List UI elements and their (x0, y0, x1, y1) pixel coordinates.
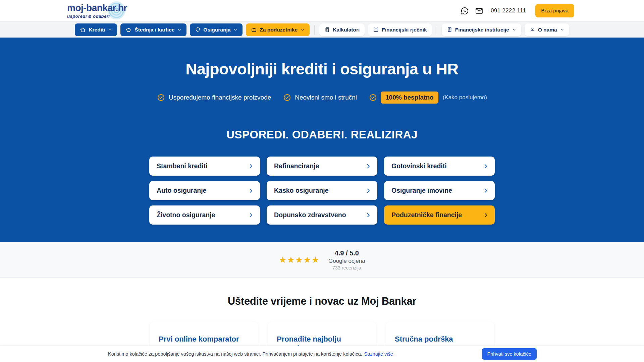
nav-label: Štednja i kartice (135, 27, 174, 33)
chevron-down-icon (301, 28, 305, 32)
chevron-down-icon (108, 28, 112, 32)
hero-bullet: Neovisni smo i stručni (283, 94, 357, 102)
nav-item-osiguranja[interactable]: Osiguranja (190, 23, 243, 36)
product-card-stambeni-krediti[interactable]: Stambeni krediti (149, 157, 260, 176)
nav-label: Financijski rječnik (382, 27, 427, 33)
nav-item-stednja-i-kartice[interactable]: Štednja i kartice (120, 23, 186, 36)
product-card-kasko-osiguranje[interactable]: Kasko osiguranje (267, 181, 377, 200)
product-label: Dopunsko zdravstveno (274, 211, 346, 219)
hero-title: Najpovoljniji krediti i osiguranja u HR (0, 38, 644, 78)
piggy-bank-icon (125, 26, 132, 33)
hero-section: Najpovoljniji krediti i osiguranja u HR … (0, 38, 644, 242)
logo-tagline: usporedi & odaberi (67, 14, 127, 19)
bank-icon (447, 27, 452, 33)
site-logo[interactable]: moj-bankar.hr usporedi & odaberi (67, 3, 127, 19)
nav-divider (437, 25, 437, 35)
rating-details: 4.9 / 5.0 Google ocjena 733 recenzija (328, 249, 365, 270)
hero-bullet: 100% besplatno (Kako poslujemo) (369, 92, 487, 104)
nav-label: Krediti (89, 27, 105, 33)
quick-apply-button[interactable]: Brza prijava (535, 4, 574, 17)
briefcase-icon (251, 27, 257, 33)
product-card-refinanciranje[interactable]: Refinanciranje (267, 157, 377, 176)
chevron-right-icon (365, 188, 371, 194)
free-badge: 100% besplatno (381, 92, 438, 104)
cookie-banner: Koristimo kolačiće za poboljšanje vašeg … (0, 346, 644, 362)
check-circle-icon (283, 94, 291, 102)
hero-bullet: Uspoređujemo financijske proizvode (157, 94, 271, 102)
cookie-message: Koristimo kolačiće za poboljšanje vašeg … (108, 351, 393, 357)
how-we-work-link[interactable]: (Kako poslujemo) (443, 94, 487, 101)
product-label: Stambeni krediti (157, 162, 208, 170)
product-card-gotovinski-krediti[interactable]: Gotovinski krediti (384, 157, 495, 176)
benefit-card-title: Stručna podrška (395, 335, 485, 344)
calculator-icon (324, 27, 330, 33)
chevron-right-icon (248, 212, 254, 218)
product-label: Gotovinski krediti (391, 162, 447, 170)
product-label: Osiguranje imovine (391, 187, 452, 194)
rating-reviews: 733 recenzija (332, 265, 361, 270)
hero-bullet-text: Neovisni smo i stručni (295, 94, 357, 101)
check-circle-icon (369, 94, 377, 102)
header-contact: 091 2222 111 Brza prijava (461, 4, 574, 17)
chevron-right-icon (248, 188, 254, 194)
chevron-down-icon (512, 28, 516, 32)
nav-label: Za poduzetnike (260, 27, 298, 33)
hero-bullets: Uspoređujemo financijske proizvode Neovi… (0, 92, 644, 104)
product-card-poduzetnicke-financije[interactable]: Poduzetničke financije (384, 205, 495, 225)
check-circle-icon (157, 94, 165, 102)
cookie-text: Koristimo kolačiće za poboljšanje vašeg … (108, 351, 362, 357)
top-bar: moj-bankar.hr usporedi & odaberi 091 222… (0, 0, 644, 21)
nav-label: Kalkulatori (333, 27, 360, 33)
email-icon[interactable] (475, 7, 483, 15)
chevron-down-icon (233, 28, 237, 32)
book-icon (373, 27, 379, 33)
nav-item-krediti[interactable]: Krediti (75, 23, 117, 36)
whatsapp-icon[interactable] (461, 7, 469, 15)
main-nav: Krediti Štednja i kartice Osiguranja Za … (0, 21, 644, 38)
benefit-card-title: Prvi online komparator (159, 335, 249, 344)
product-card-auto-osiguranje[interactable]: Auto osiguranje (149, 181, 260, 200)
product-grid: Stambeni krediti Refinanciranje Gotovins… (149, 157, 495, 225)
rating-section: ★★★★★ 4.9 / 5.0 Google ocjena 733 recenz… (0, 242, 644, 278)
product-card-dopunsko-zdravstveno[interactable]: Dopunsko zdravstveno (267, 205, 377, 225)
page: moj-bankar.hr usporedi & odaberi 091 222… (0, 0, 644, 362)
hero-bullet-text: Uspoređujemo financijske proizvode (169, 94, 271, 101)
hero-subtitle: USPOREDI. ODABERI. REALIZIRAJ (0, 128, 644, 141)
phone-number[interactable]: 091 2222 111 (491, 7, 526, 14)
chevron-right-icon (365, 163, 371, 169)
product-label: Životno osiguranje (157, 211, 215, 219)
nav-label: Osiguranja (203, 27, 230, 33)
logo-title: moj-bankar.hr (67, 3, 127, 13)
nav-item-za-poduzetnike[interactable]: Za poduzetnike (246, 23, 310, 36)
nav-item-financijske-institucije[interactable]: Financijske institucije (442, 23, 521, 36)
product-label: Auto osiguranje (157, 187, 206, 194)
rating-source: Google ocjena (328, 258, 365, 264)
benefits-title: Uštedite vrijeme i novac uz Moj Bankar (0, 278, 644, 307)
product-label: Poduzetničke financije (391, 211, 462, 219)
nav-item-o-nama[interactable]: O nama (525, 23, 569, 36)
home-icon (80, 27, 86, 33)
shield-icon (195, 27, 201, 33)
nav-divider (314, 25, 315, 35)
product-label: Refinanciranje (274, 162, 319, 170)
nav-item-financijski-rjecnik[interactable]: Financijski rječnik (368, 23, 432, 36)
chevron-right-icon (483, 188, 489, 194)
person-icon (530, 27, 535, 33)
product-label: Kasko osiguranje (274, 187, 329, 194)
star-rating-icons: ★★★★★ (279, 255, 320, 265)
chevron-right-icon (483, 212, 489, 218)
nav-item-kalkulatori[interactable]: Kalkulatori (319, 23, 365, 36)
chevron-right-icon (365, 212, 371, 218)
product-card-osiguranje-imovine[interactable]: Osiguranje imovine (384, 181, 495, 200)
cookie-learn-more-link[interactable]: Saznajte više (364, 351, 393, 357)
nav-label: Financijske institucije (455, 27, 509, 33)
nav-label: O nama (538, 27, 557, 33)
chevron-down-icon (560, 28, 564, 32)
chevron-right-icon (248, 163, 254, 169)
rating-score: 4.9 / 5.0 (335, 249, 359, 257)
product-card-zivotno-osiguranje[interactable]: Životno osiguranje (149, 205, 260, 225)
cookie-accept-button[interactable]: Prihvati sve kolačiće (482, 348, 537, 360)
chevron-down-icon (177, 28, 181, 32)
chevron-right-icon (483, 163, 489, 169)
